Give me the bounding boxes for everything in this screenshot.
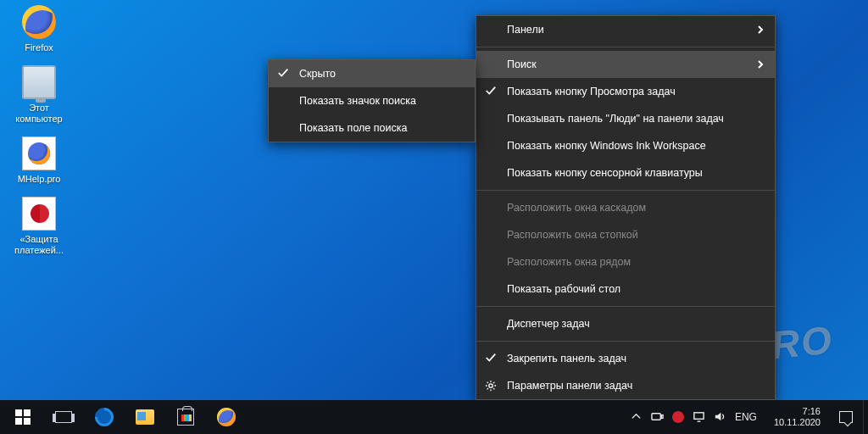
svg-marker-5 [715, 412, 721, 420]
menu-item-sidebyside: Расположить окна рядом [476, 248, 775, 275]
menu-item-label: Расположить окна стопкой [507, 229, 638, 241]
action-center-button[interactable] [829, 400, 863, 434]
task-view-button[interactable] [44, 400, 83, 434]
taskbar-clock[interactable]: 7:16 10.11.2020 [765, 406, 829, 428]
firefox-icon [22, 5, 56, 39]
submenu-item-show-search-icon[interactable]: Показать значок поиска [269, 87, 475, 114]
menu-item-show-taskview[interactable]: Показать кнопку Просмотра задач [476, 78, 775, 105]
windows-logo-icon [15, 409, 31, 425]
menu-item-toolbars[interactable]: Панели [476, 16, 775, 43]
desktop-icon-pay-protect[interactable]: «Защита платежей... [7, 197, 71, 256]
system-tray[interactable]: ENG [621, 410, 765, 425]
taskbar-app-edge[interactable] [85, 400, 124, 434]
taskbar-context-menu: ПанелиПоискПоказать кнопку Просмотра зад… [476, 15, 776, 400]
menu-item-taskbar-settings[interactable]: Параметры панели задач [476, 372, 775, 399]
firefox-icon [217, 408, 236, 426]
tray-language[interactable]: ENG [735, 411, 757, 423]
chevron-right-icon [756, 25, 765, 36]
menu-item-label: Закрепить панель задач [507, 353, 626, 364]
svg-rect-2 [661, 415, 663, 418]
menu-item-show-ink[interactable]: Показать кнопку Windows Ink Workspace [476, 132, 775, 159]
menu-item-label: Скрыто [299, 68, 336, 80]
desktop-icon-this-pc[interactable]: Этот компьютер [7, 65, 71, 125]
check-icon [485, 85, 497, 99]
clock-date: 10.11.2020 [774, 417, 821, 428]
task-view-icon [55, 411, 72, 423]
menu-item-label: Показать рабочий стол [507, 283, 620, 295]
taskbar-app-firefox[interactable] [207, 400, 246, 434]
check-icon [277, 67, 289, 81]
menu-item-label: Показать кнопку Просмотра задач [507, 86, 676, 97]
taskbar-app-store[interactable] [166, 400, 205, 434]
edge-icon [91, 403, 117, 430]
notification-icon [839, 411, 853, 423]
tray-trend-icon[interactable] [672, 411, 684, 423]
desktop-icons: Firefox Этот компьютер MHelp.pro «Защита… [7, 5, 83, 268]
menu-item-show-touchkb[interactable]: Показать кнопку сенсорной клавиатуры [476, 159, 775, 186]
clock-time: 7:16 [774, 406, 821, 417]
desktop[interactable]: Firefox Этот компьютер MHelp.pro «Защита… [0, 0, 868, 434]
taskbar[interactable]: ENG 7:16 10.11.2020 [0, 400, 868, 434]
tray-volume-icon[interactable] [714, 410, 726, 425]
tray-chevron-up-icon[interactable] [630, 410, 643, 425]
menu-item-label: Параметры панели задач [507, 380, 632, 392]
menu-item-search[interactable]: Поиск [476, 51, 775, 78]
menu-item-task-manager[interactable]: Диспетчер задач [476, 310, 775, 337]
menu-item-label: Расположить окна рядом [507, 256, 631, 268]
menu-separator [476, 306, 775, 307]
icon-label: Firefox [7, 42, 71, 53]
menu-separator [476, 341, 775, 342]
menu-item-show-desktop[interactable]: Показать рабочий стол [476, 275, 775, 303]
menu-separator [476, 47, 775, 47]
menu-item-lock-taskbar[interactable]: Закрепить панель задач [476, 345, 775, 372]
menu-separator [476, 190, 775, 191]
desktop-icon-firefox[interactable]: Firefox [7, 5, 71, 53]
file-explorer-icon [136, 409, 154, 425]
taskbar-left [0, 400, 246, 434]
tray-network-icon[interactable] [693, 410, 705, 425]
taskbar-app-explorer[interactable] [125, 400, 164, 434]
computer-icon [22, 65, 56, 99]
mhelp-icon [22, 136, 56, 170]
icon-label: Этот компьютер [7, 103, 71, 125]
svg-point-0 [489, 384, 492, 387]
menu-item-show-people[interactable]: Показывать панель "Люди" на панели задач [476, 105, 775, 132]
menu-item-cascade: Расположить окна каскадом [476, 194, 775, 221]
check-icon [485, 352, 497, 366]
icon-label: «Защита платежей... [7, 234, 71, 256]
gear-icon [485, 380, 497, 394]
submenu-item-hidden[interactable]: Скрыто [269, 60, 475, 87]
search-submenu: СкрытоПоказать значок поискаПоказать пол… [268, 59, 476, 142]
menu-item-label: Поиск [507, 58, 537, 70]
svg-rect-1 [652, 413, 660, 420]
microsoft-store-icon [177, 409, 194, 426]
menu-item-label: Показать поле поиска [299, 122, 407, 134]
menu-item-label: Показать кнопку сенсорной клавиатуры [507, 167, 703, 179]
menu-item-label: Диспетчер задач [507, 318, 590, 330]
shield-icon [22, 197, 56, 231]
tray-battery-icon[interactable] [651, 410, 664, 425]
chevron-right-icon [756, 59, 765, 71]
menu-item-label: Панели [507, 24, 544, 36]
menu-item-label: Показывать панель "Люди" на панели задач [507, 113, 724, 125]
desktop-icon-mhelp[interactable]: MHelp.pro [7, 136, 71, 185]
menu-item-label: Показать значок поиска [299, 95, 416, 107]
icon-label: MHelp.pro [7, 174, 71, 185]
menu-item-stacked: Расположить окна стопкой [476, 221, 775, 248]
show-desktop-button[interactable] [863, 400, 868, 434]
menu-item-label: Расположить окна каскадом [507, 202, 646, 214]
menu-item-label: Показать кнопку Windows Ink Workspace [507, 140, 706, 152]
start-button[interactable] [3, 400, 42, 434]
svg-rect-3 [694, 412, 704, 419]
submenu-item-show-search-box[interactable]: Показать поле поиска [269, 114, 475, 142]
taskbar-right: ENG 7:16 10.11.2020 [621, 400, 868, 434]
